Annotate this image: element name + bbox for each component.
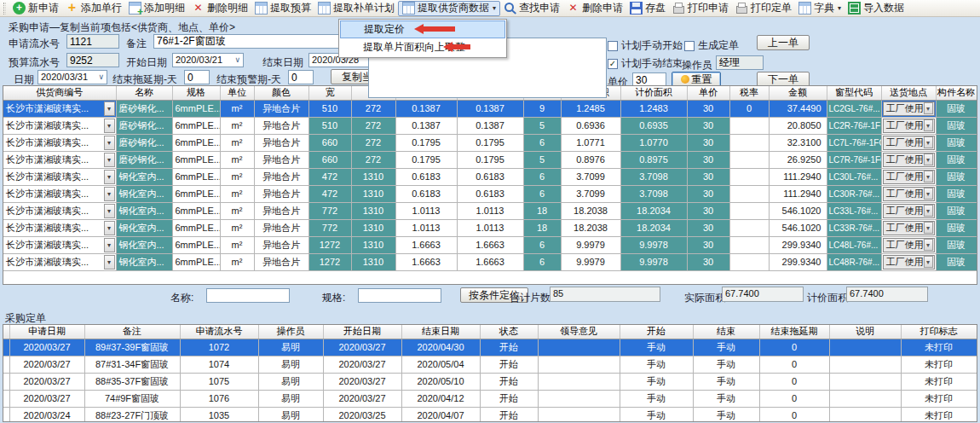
column-header[interactable]: 单位 [220, 86, 254, 100]
chevron-down-icon[interactable]: ▾ [104, 221, 115, 235]
priced-area-cell[interactable]: 1.0770 [620, 134, 687, 151]
supplier-cell[interactable]: 长沙市潇湘玻璃实...▾ [3, 151, 116, 168]
delivery-cell[interactable]: 工厂使用▾ [881, 202, 936, 219]
priced-area-cell[interactable]: 3.7098 [620, 185, 687, 202]
spec-cell[interactable]: 6mmPLE... [172, 219, 220, 236]
delay-period-cell[interactable]: 0 [759, 407, 829, 422]
height-cell[interactable]: 1310 [351, 219, 395, 236]
spec-cell[interactable]: 6mmPLE... [172, 253, 220, 270]
amount-cell[interactable]: 26.9250 [769, 151, 827, 168]
print-flag-cell[interactable]: 未打印 [901, 407, 977, 422]
name-cell[interactable]: 磨砂钢化... [116, 151, 172, 168]
column-header[interactable]: 税率 [729, 86, 769, 100]
piece-priced-area-cell[interactable]: 1.6663 [457, 236, 523, 253]
order-operator-cell[interactable]: 易明 [258, 390, 323, 407]
leader-opinion-cell[interactable] [538, 407, 620, 422]
qty-cell[interactable]: 5 [523, 151, 561, 168]
width-cell[interactable]: 472 [308, 168, 351, 185]
piece-area-cell[interactable]: 0.6183 [395, 185, 457, 202]
order-row[interactable]: 2020/03/27 88#35-37F窗固玻 1075 易明 2020/03/… [3, 373, 977, 390]
unit-cell[interactable]: m² [220, 236, 254, 253]
delivery-cell[interactable]: 工厂使用▾ [881, 134, 936, 151]
unit-cell[interactable]: m² [220, 202, 254, 219]
operator-input[interactable] [716, 55, 764, 70]
piece-priced-area-cell[interactable]: 0.1795 [457, 151, 523, 168]
column-header[interactable]: 窗型代码 [827, 86, 881, 100]
toolbar-button[interactable]: 字典 ▾ [795, 1, 845, 16]
delivery-cell[interactable]: 工厂使用▾ [881, 253, 936, 270]
part-name-cell[interactable]: 固玻 [936, 134, 977, 151]
width-cell[interactable]: 772 [308, 202, 351, 219]
order-end-date-cell[interactable]: 2020/04/12 [401, 390, 480, 407]
height-cell[interactable]: 272 [351, 151, 395, 168]
end-mode-cell[interactable]: 手动 [693, 356, 759, 373]
height-cell[interactable]: 1310 [351, 253, 395, 270]
request-date-cell[interactable]: 2020/03/27 [9, 356, 84, 373]
tax-cell[interactable] [729, 219, 769, 236]
order-end-date-cell[interactable]: 2020/04/30 [401, 339, 480, 356]
name-cell[interactable]: 钢化室内... [116, 236, 172, 253]
manual-start-checkbox[interactable]: 计划手动开始 [608, 38, 683, 53]
width-cell[interactable]: 1272 [308, 236, 351, 253]
tax-cell[interactable] [729, 134, 769, 151]
name-cell[interactable]: 磨砂钢化... [116, 117, 172, 134]
delivery-combo[interactable]: 工厂使用▾ [883, 153, 935, 167]
height-cell[interactable]: 1310 [351, 185, 395, 202]
qty-cell[interactable]: 18 [523, 202, 561, 219]
delivery-cell[interactable]: 工厂使用▾ [881, 117, 936, 134]
part-name-cell[interactable]: 固玻 [936, 253, 977, 270]
actual-area-cell[interactable]: 1.2485 [561, 100, 620, 117]
part-name-cell[interactable]: 固玻 [936, 185, 977, 202]
table-row[interactable]: 长沙市潇湘玻璃实...▾ 钢化室内... 6mmPLE... m² 异地合片 1… [3, 253, 977, 270]
width-cell[interactable]: 660 [308, 134, 351, 151]
order-start-date-cell[interactable]: 2020/03/27 [323, 373, 401, 390]
color-cell[interactable]: 异地合片 [254, 219, 308, 236]
qty-cell[interactable]: 6 [523, 253, 561, 270]
supplier-cell[interactable]: 长沙市潇湘玻璃实...▾ [3, 100, 116, 117]
part-name-cell[interactable]: 固玻 [936, 202, 977, 219]
chevron-down-icon[interactable]: ▾ [924, 188, 933, 200]
amount-cell[interactable]: 299.9340 [769, 253, 827, 270]
order-start-date-cell[interactable]: 2020/03/27 [323, 390, 401, 407]
end-mode-cell[interactable]: 手动 [693, 373, 759, 390]
part-name-cell[interactable]: 固玻 [936, 117, 977, 134]
priced-area-cell[interactable]: 9.9978 [620, 253, 687, 270]
table-row[interactable]: 长沙市潇湘玻璃实...▾ 钢化室内... 6mmPLE... m² 异地合片 1… [3, 236, 977, 253]
name-cell[interactable]: 钢化室内... [116, 253, 172, 270]
column-header[interactable]: 打印标志 [901, 325, 977, 339]
piece-area-cell[interactable]: 0.6183 [395, 168, 457, 185]
delivery-combo[interactable]: 工厂使用▾ [883, 136, 935, 150]
name-cell[interactable]: 钢化室内... [116, 185, 172, 202]
chevron-down-icon[interactable]: ▾ [104, 204, 115, 218]
delivery-combo[interactable]: 工厂使用▾ [883, 204, 935, 218]
chevron-down-icon[interactable]: ▾ [104, 101, 115, 116]
chevron-down-icon[interactable]: ▾ [924, 136, 933, 148]
column-header[interactable]: 供货商编号 [3, 86, 116, 100]
request-date-cell[interactable]: 2020/03/27 [9, 339, 84, 356]
priced-area-cell[interactable]: 3.7098 [620, 168, 687, 185]
piece-area-cell[interactable]: 0.1795 [395, 134, 457, 151]
leader-opinion-cell[interactable] [538, 339, 620, 356]
budget-input[interactable] [66, 53, 119, 67]
tax-cell[interactable] [729, 151, 769, 168]
unit-price-cell[interactable]: 30 [687, 117, 729, 134]
piece-area-cell[interactable]: 0.1387 [395, 117, 457, 134]
filter-spec-input[interactable] [358, 288, 441, 303]
order-serial-cell[interactable]: 1074 [180, 356, 258, 373]
spec-cell[interactable]: 6mmPLE... [172, 100, 220, 117]
priced-area-cell[interactable]: 18.2034 [620, 202, 687, 219]
piece-priced-area-cell[interactable]: 1.0113 [457, 219, 523, 236]
end-mode-cell[interactable]: 手动 [693, 407, 759, 422]
chevron-down-icon[interactable]: ▾ [924, 239, 933, 251]
qty-cell[interactable]: 6 [523, 236, 561, 253]
actual-area-cell[interactable]: 1.0771 [561, 134, 620, 151]
toolbar-button[interactable]: 添加明细 [125, 1, 188, 16]
delivery-cell[interactable]: 工厂使用▾ [881, 236, 936, 253]
order-start-date-cell[interactable]: 2020/03/27 [323, 339, 401, 356]
tax-cell[interactable]: 0 [729, 100, 769, 117]
height-cell[interactable]: 272 [351, 134, 395, 151]
column-header[interactable]: 宽 [308, 86, 351, 100]
table-row[interactable]: 长沙市潇湘玻璃实...▾ 钢化室内... 6mmPLE... m² 异地合片 7… [3, 202, 977, 219]
delay-input[interactable] [184, 70, 210, 84]
chevron-down-icon[interactable]: ▾ [104, 119, 115, 133]
